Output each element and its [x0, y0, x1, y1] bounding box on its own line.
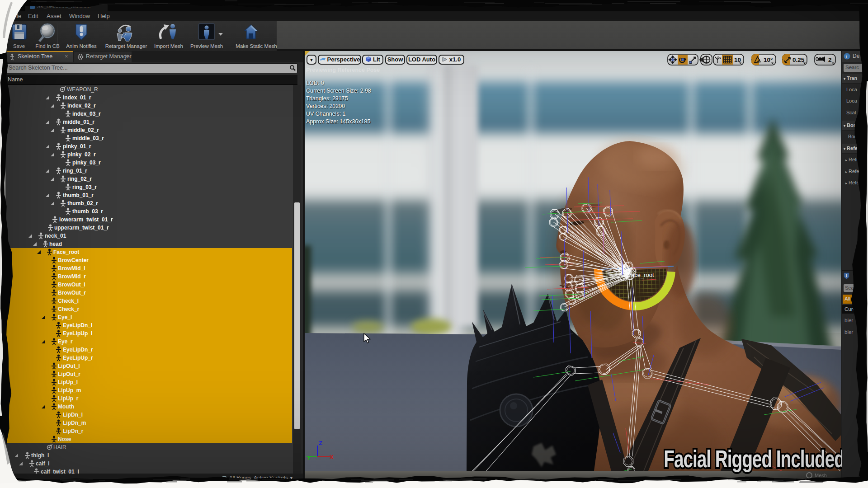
svg-text:Y: Y [307, 455, 311, 461]
svg-text:i: i [846, 54, 847, 59]
svg-text:ace_root: ace_root [631, 272, 654, 278]
svg-text:Mesh: Mesh [815, 473, 827, 478]
svg-text:0.25: 0.25 [793, 56, 805, 63]
svg-text:10°: 10° [764, 56, 773, 63]
svg-text:Z: Z [319, 440, 322, 446]
svg-text:2: 2 [828, 56, 832, 63]
svg-text:X: X [330, 454, 334, 460]
svg-text:10: 10 [734, 56, 741, 63]
